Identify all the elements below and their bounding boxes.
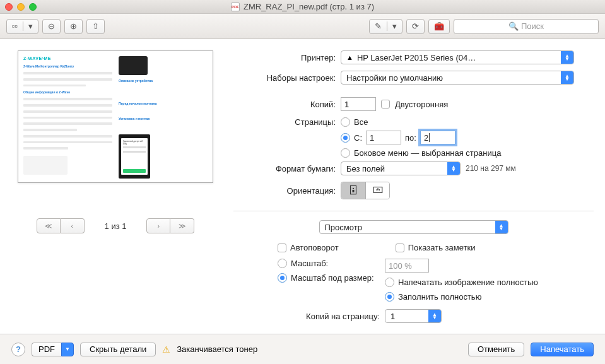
first-page-button[interactable]: ≪ [37, 218, 61, 233]
dialog-footer: ? PDF ▼ Скрыть детали ⚠ Заканчивается то… [0, 334, 605, 364]
zoom-window-button[interactable] [29, 3, 37, 11]
copies-per-page-label: Копий на страницу: [233, 312, 385, 321]
pdf-menu-button[interactable]: PDF ▼ [32, 343, 74, 356]
copies-per-page-select[interactable]: 1 ▲▼ [385, 309, 442, 323]
orientation-portrait-button[interactable] [341, 182, 365, 199]
paper-size-select[interactable]: Без полей ▲▼ [341, 161, 461, 175]
show-notes-checkbox[interactable] [396, 244, 404, 252]
print-module-select[interactable]: Просмотр ▲▼ [319, 220, 508, 234]
svg-point-4 [379, 189, 380, 191]
search-placeholder: Поиск [521, 21, 544, 31]
search-input[interactable]: 🔍 Поиск [454, 19, 599, 34]
pages-all-label: Все [354, 117, 368, 127]
markup-button[interactable]: 🧰 [428, 19, 450, 34]
pages-sidebar-radio[interactable] [341, 148, 350, 158]
print-entire-image-radio[interactable] [385, 278, 394, 287]
toolbar: ▫▫ ▾ ⊖ ⊕ ⇧ ✎ ▾ ⟳ 🧰 🔍 Поиск [0, 14, 605, 39]
chevron-down-icon: ▾ [387, 21, 402, 31]
printer-label: Принтер: [233, 53, 341, 62]
window-title: ZMR_RAZ_PI_new.pdf (стр. 1 из 7) [244, 2, 374, 11]
orientation-landscape-button[interactable] [365, 182, 389, 199]
share-icon: ⇧ [92, 21, 99, 31]
copies-input[interactable]: 1 [341, 97, 376, 111]
last-page-button[interactable]: ≫ [170, 218, 194, 233]
show-notes-label: Показать заметки [408, 243, 476, 252]
chevron-updown-icon: ▲▼ [561, 71, 573, 84]
close-window-button[interactable] [5, 3, 13, 11]
scale-fit-radio[interactable] [278, 273, 287, 283]
next-page-button[interactable]: › [146, 218, 170, 233]
prev-page-button[interactable]: ‹ [61, 218, 85, 233]
scale-fixed-radio[interactable] [278, 259, 287, 268]
minimize-window-button[interactable] [17, 3, 25, 11]
presets-select[interactable]: Настройки по умолчанию ▲▼ [341, 71, 574, 85]
help-button[interactable]: ? [11, 343, 25, 356]
to-label: по: [405, 133, 416, 143]
pages-label: Страницы: [233, 117, 341, 127]
rotate-button[interactable]: ⟳ [406, 19, 425, 34]
fill-entire-label: Заполнить полностью [398, 292, 481, 302]
svg-rect-2 [353, 190, 355, 192]
pages-sidebar-label: Боковое меню — выбранная страница [354, 148, 501, 158]
duplex-checkbox[interactable] [381, 100, 390, 109]
chevron-updown-icon: ▲▼ [428, 310, 441, 322]
rotate-icon: ⟳ [412, 21, 419, 31]
scale-label: Масштаб: [291, 259, 328, 268]
scale-fit-label: Масштаб под размер: [291, 273, 374, 283]
duplex-label: Двусторонняя [395, 100, 448, 109]
chevron-updown-icon: ▲▼ [447, 162, 460, 175]
copies-label: Копий: [233, 100, 341, 109]
warning-icon: ⚠ [162, 344, 170, 355]
chevron-updown-icon: ▲▼ [561, 51, 573, 64]
sidebar-icon: ▫▫ [7, 21, 23, 31]
scale-value-readonly: 100 % [385, 259, 429, 273]
print-preview-thumbnail: Z-WAVE›ME Z-Wave.Me Контроллер RaZberry … [18, 50, 213, 183]
title-bar: PDFZMR_RAZ_PI_new.pdf (стр. 1 из 7) [0, 0, 605, 14]
print-button[interactable]: Напечатать [531, 343, 594, 356]
zoom-in-icon: ⊕ [70, 21, 77, 31]
search-icon: 🔍 [508, 21, 519, 31]
autorotate-checkbox[interactable] [278, 244, 286, 252]
autorotate-label: Автоповорот [290, 243, 339, 252]
paper-size-hint: 210 на 297 мм [466, 164, 516, 173]
chevron-down-icon: ▼ [61, 343, 74, 356]
toolbox-icon: 🧰 [434, 21, 444, 31]
sidebar-toggle-button[interactable]: ▫▫ ▾ [6, 19, 38, 34]
hide-details-button[interactable]: Скрыть детали [80, 343, 156, 356]
page-from-input[interactable]: 1 [366, 131, 401, 144]
share-button[interactable]: ⇧ [86, 19, 105, 34]
page-indicator: 1 из 1 [105, 221, 127, 231]
highlight-tool-button[interactable]: ✎ ▾ [369, 19, 402, 34]
marker-icon: ✎ [370, 21, 387, 31]
chevron-down-icon: ▾ [23, 21, 38, 31]
page-to-input[interactable]: 2 [420, 131, 455, 144]
zoom-in-button[interactable]: ⊕ [64, 19, 83, 34]
print-entire-label: Напечатать изображение полностью [398, 278, 538, 287]
pages-all-radio[interactable] [341, 117, 350, 127]
printer-select[interactable]: ▲ HP LaserJet P2015 Series (04… ▲▼ [341, 50, 574, 64]
orientation-label: Ориентация: [233, 186, 341, 196]
zoom-out-button[interactable]: ⊖ [42, 19, 61, 34]
presets-label: Наборы настроек: [233, 73, 341, 83]
landscape-icon [372, 184, 384, 197]
cancel-button[interactable]: Отменить [468, 343, 524, 356]
from-label: С: [354, 133, 362, 143]
pdf-file-icon: PDF [231, 3, 240, 11]
pages-range-radio[interactable] [341, 133, 350, 143]
chevron-updown-icon: ▲▼ [495, 221, 508, 233]
low-toner-label: Заканчивается тонер [177, 344, 257, 354]
paper-label: Формат бумаги: [233, 164, 341, 173]
fill-entire-radio[interactable] [385, 292, 394, 302]
svg-point-1 [353, 187, 354, 189]
portrait-icon [348, 184, 359, 197]
warning-icon: ▲ [346, 54, 353, 61]
zoom-out-icon: ⊖ [48, 21, 55, 31]
